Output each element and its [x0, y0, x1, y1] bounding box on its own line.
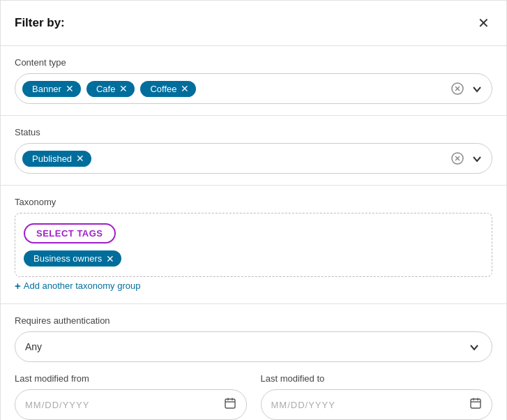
remove-cafe-button[interactable]: ✕ — [119, 84, 128, 93]
requires-auth-field[interactable]: Any — [15, 331, 492, 362]
remove-coffee-button[interactable]: ✕ — [181, 84, 189, 93]
tag-business-owners: Business owners ✕ — [24, 250, 121, 267]
last-modified-from-placeholder: MM/DD/YYYY — [25, 400, 224, 410]
close-button[interactable]: ✕ — [475, 15, 492, 31]
taxonomy-label: Taxonomy — [15, 197, 492, 207]
tag-coffee: Coffee ✕ — [140, 81, 196, 97]
status-actions — [450, 151, 485, 166]
chevron-down-icon — [468, 340, 480, 353]
last-modified-from-label: Last modified from — [15, 373, 247, 384]
last-modified-to-field[interactable]: MM/DD/YYYY — [261, 389, 493, 420]
calendar-to-icon[interactable] — [469, 397, 482, 412]
add-taxonomy-group-label: Add another taxonomy group — [24, 280, 141, 291]
last-modified-to-col: Last modified to MM/DD/YYYY — [261, 373, 493, 420]
content-type-chevron-button[interactable] — [469, 81, 485, 96]
remove-business-owners-button[interactable]: ✕ — [106, 254, 114, 264]
calendar-from-icon[interactable] — [224, 397, 236, 412]
tag-published-label: Published — [32, 153, 72, 164]
status-field: Published ✕ — [15, 143, 492, 174]
last-modified-to-label: Last modified to — [261, 373, 493, 384]
select-tags-button[interactable]: SELECT TAGS — [24, 223, 116, 243]
requires-auth-label: Requires authentication — [15, 315, 492, 326]
status-divider — [1, 185, 506, 186]
status-chevron-button[interactable] — [469, 151, 485, 166]
content-type-divider — [1, 115, 506, 116]
last-modified-from-field[interactable]: MM/DD/YYYY — [15, 389, 247, 420]
status-label: Status — [15, 127, 492, 137]
svg-rect-10 — [471, 399, 480, 408]
clear-icon — [451, 152, 464, 165]
content-type-field: Banner ✕ Cafe ✕ Coffee ✕ — [15, 73, 492, 104]
taxonomy-divider — [1, 303, 506, 304]
taxonomy-box: SELECT TAGS Business owners ✕ — [15, 213, 492, 277]
status-section: Status Published ✕ — [15, 127, 492, 174]
date-row: Last modified from MM/DD/YYYY Last modif… — [15, 373, 492, 420]
requires-auth-section: Requires authentication Any — [15, 315, 492, 362]
filter-panel: Filter by: ✕ Content type Banner ✕ Cafe … — [0, 0, 507, 420]
last-modified-from-col: Last modified from MM/DD/YYYY — [15, 373, 247, 420]
remove-published-button[interactable]: ✕ — [76, 153, 84, 163]
calendar-icon — [469, 397, 482, 410]
tag-banner-label: Banner — [32, 84, 61, 94]
content-type-label: Content type — [15, 57, 492, 68]
remove-banner-button[interactable]: ✕ — [66, 84, 74, 93]
plus-icon: + — [15, 280, 21, 292]
requires-auth-chevron-button[interactable] — [467, 339, 482, 354]
content-type-clear-button[interactable] — [450, 81, 465, 96]
taxonomy-section: Taxonomy SELECT TAGS Business owners ✕ +… — [15, 197, 492, 292]
tag-published: Published ✕ — [22, 151, 91, 167]
calendar-icon — [224, 397, 236, 410]
panel-header: Filter by: ✕ — [15, 15, 492, 31]
clear-icon — [451, 82, 464, 95]
panel-title: Filter by: — [15, 16, 65, 30]
content-type-section: Content type Banner ✕ Cafe ✕ Coffee ✕ — [15, 57, 492, 104]
tag-business-owners-label: Business owners — [33, 253, 102, 264]
requires-auth-value: Any — [25, 341, 467, 352]
last-modified-to-placeholder: MM/DD/YYYY — [271, 400, 470, 410]
chevron-down-icon — [471, 152, 483, 165]
content-type-actions — [450, 81, 485, 96]
chevron-down-icon — [471, 82, 483, 95]
status-clear-button[interactable] — [450, 151, 465, 166]
tag-cafe: Cafe ✕ — [86, 81, 135, 97]
tag-cafe-label: Cafe — [96, 84, 115, 94]
tag-banner: Banner ✕ — [22, 81, 81, 97]
svg-rect-6 — [225, 399, 235, 408]
tag-coffee-label: Coffee — [150, 84, 176, 94]
add-taxonomy-group-button[interactable]: + Add another taxonomy group — [15, 280, 140, 292]
header-divider — [1, 45, 506, 46]
